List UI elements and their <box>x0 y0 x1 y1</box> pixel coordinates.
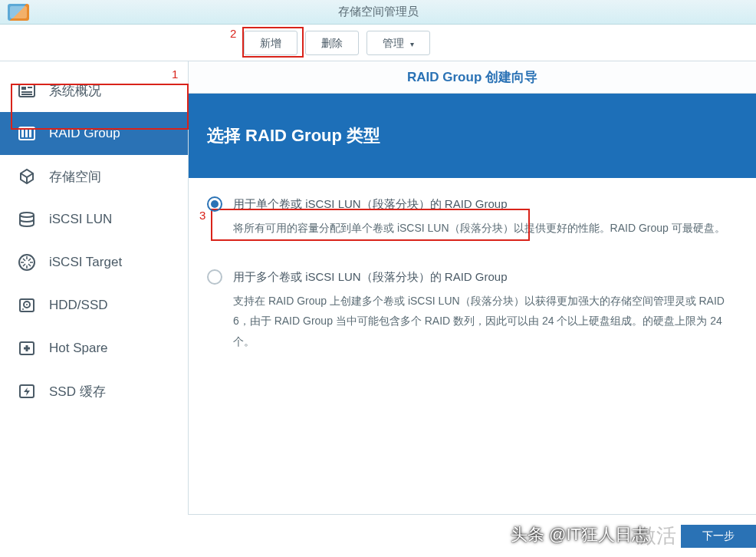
svg-rect-1 <box>21 87 26 90</box>
app-icon <box>8 4 29 21</box>
manage-button[interactable]: 管理 ▾ <box>366 31 430 55</box>
target-icon <box>17 253 37 272</box>
svg-point-9 <box>20 213 34 217</box>
sidebar-item-raid-group[interactable]: RAID Group <box>0 112 188 155</box>
sidebar: 系统概况 RAID Group 存储空间 iSCSI LUN iSCSI Tar… <box>0 61 188 557</box>
sidebar-item-hot-spare[interactable]: Hot Spare <box>0 327 188 370</box>
window-titlebar: 存储空间管理员 <box>0 0 756 25</box>
wizard-options: 用于单个卷或 iSCSI LUN（段落分块）的 RAID Group 将所有可用… <box>189 178 756 382</box>
svg-point-14 <box>22 308 24 310</box>
option-multi[interactable]: 用于多个卷或 iSCSI LUN（段落分块）的 RAID Group <box>207 269 738 285</box>
sidebar-item-label: HDD/SSD <box>49 298 108 313</box>
sidebar-item-label: iSCSI Target <box>49 255 122 270</box>
sidebar-item-storage[interactable]: 存储空间 <box>0 155 188 198</box>
author-watermark: 头条 @IT狂人日志 <box>511 523 649 546</box>
sidebar-item-label: iSCSI LUN <box>49 212 112 227</box>
sidebar-item-label: RAID Group <box>49 126 120 141</box>
sidebar-item-iscsi-lun[interactable]: iSCSI LUN <box>0 198 188 241</box>
hotspare-icon <box>17 339 37 358</box>
sidebar-item-hdd-ssd[interactable]: HDD/SSD <box>0 284 188 327</box>
main-area: 系统概况 RAID Group 存储空间 iSCSI LUN iSCSI Tar… <box>0 61 756 557</box>
window-title: 存储空间管理员 <box>338 5 419 19</box>
storage-icon <box>17 167 37 186</box>
wizard-footer: 激活 下一步 <box>188 514 756 557</box>
sidebar-item-label: SSD 缓存 <box>49 383 106 400</box>
lun-icon <box>17 210 37 229</box>
radio-single[interactable] <box>207 196 222 212</box>
sidebar-item-label: Hot Spare <box>49 341 108 356</box>
svg-point-13 <box>26 304 28 305</box>
wizard-panel: RAID Group 创建向导 选择 RAID Group 类型 用于单个卷或 … <box>188 61 756 557</box>
option-multi-desc: 支持在 RAID Group 上创建多个卷或 iSCSI LUN（段落分块）以获… <box>207 291 738 352</box>
option-single-label: 用于单个卷或 iSCSI LUN（段落分块）的 RAID Group <box>233 196 508 212</box>
option-single[interactable]: 用于单个卷或 iSCSI LUN（段落分块）的 RAID Group <box>207 196 738 212</box>
sidebar-item-label: 存储空间 <box>49 168 101 186</box>
delete-button[interactable]: 删除 <box>305 31 359 55</box>
manage-label: 管理 <box>383 37 404 49</box>
ssd-cache-icon <box>17 382 37 400</box>
chevron-down-icon: ▾ <box>410 40 414 48</box>
option-multi-label: 用于多个卷或 iSCSI LUN（段落分块）的 RAID Group <box>233 269 508 285</box>
hdd-icon <box>17 296 37 315</box>
svg-rect-6 <box>21 130 24 137</box>
sidebar-item-overview[interactable]: 系统概况 <box>0 69 188 112</box>
add-button[interactable]: 新增 <box>244 31 297 55</box>
wizard-banner: 选择 RAID Group 类型 <box>189 94 756 178</box>
toolbar: 新增 删除 管理 ▾ <box>0 25 756 61</box>
option-single-desc: 将所有可用的容量分配到单个卷或 iSCSI LUN（段落分块）以提供更好的性能。… <box>207 218 738 239</box>
sidebar-item-iscsi-target[interactable]: iSCSI Target <box>0 241 188 284</box>
raid-icon <box>17 124 37 143</box>
svg-rect-7 <box>25 130 28 137</box>
svg-rect-8 <box>29 130 31 137</box>
sidebar-item-label: 系统概况 <box>49 82 101 100</box>
overview-icon <box>17 81 37 100</box>
wizard-title: RAID Group 创建向导 <box>189 61 756 94</box>
next-button[interactable]: 下一步 <box>681 525 756 548</box>
sidebar-item-ssd-cache[interactable]: SSD 缓存 <box>0 370 188 413</box>
radio-multi[interactable] <box>207 269 222 285</box>
